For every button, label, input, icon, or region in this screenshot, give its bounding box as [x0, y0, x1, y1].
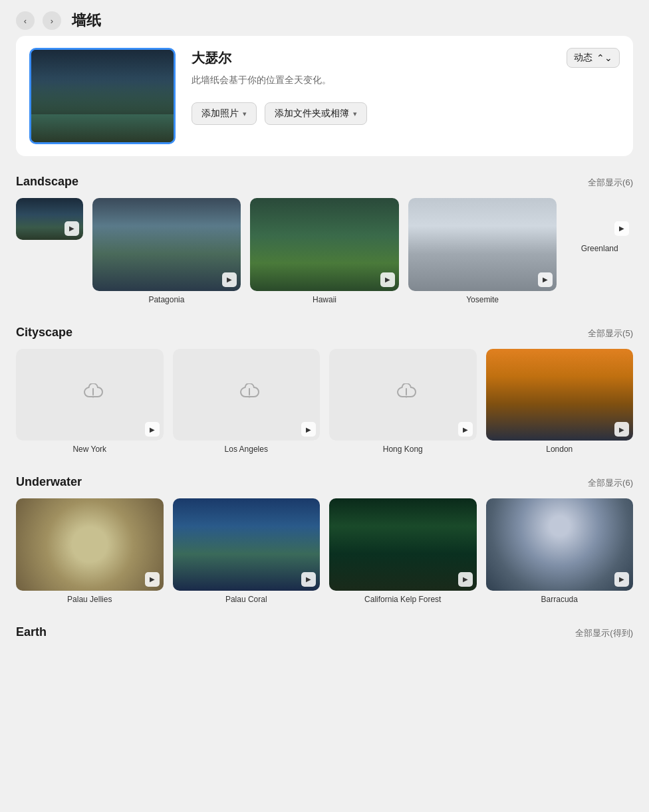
- greenland-thumb[interactable]: ▶: [566, 198, 633, 240]
- wallpaper-label: Yosemite: [466, 295, 499, 304]
- wallpaper-label: Palau Coral: [225, 595, 267, 604]
- earth-title: Earth: [16, 625, 47, 639]
- list-item: ▶ California Kelp Forest: [329, 498, 477, 603]
- play-badge: ▶: [614, 572, 629, 587]
- wallpaper-label: Barracuda: [541, 595, 578, 604]
- landscape-section-header: Landscape 全部显示(6): [16, 175, 633, 189]
- current-wallpaper-preview[interactable]: [29, 48, 176, 144]
- play-icon: ▶: [463, 426, 468, 433]
- cityscape-show-all-button[interactable]: 全部显示(5): [588, 328, 633, 340]
- main-content: 大瑟尔 动态 ⌃⌄ 此墙纸会基于你的位置全天变化。 添加照片 ▾ 添加文件夹或相…: [0, 36, 649, 664]
- wallpaper-label: Hawaii: [313, 295, 336, 304]
- mode-selector[interactable]: 动态 ⌃⌄: [567, 48, 620, 68]
- wallpaper-thumb-partial[interactable]: ▶: [16, 198, 83, 240]
- wallpaper-label: Hong Kong: [383, 445, 423, 454]
- play-badge: ▶: [614, 422, 629, 437]
- landscape-section: Landscape 全部显示(6) ▶: [16, 175, 633, 304]
- thumb-image: ▶: [250, 198, 399, 291]
- landscape-show-all-button[interactable]: 全部显示(6): [588, 177, 633, 189]
- hongkong-thumb[interactable]: ▶: [329, 349, 477, 441]
- mode-label: 动态: [574, 52, 592, 64]
- losangeles-thumb[interactable]: ▶: [173, 349, 321, 441]
- svg-point-5: [405, 395, 407, 397]
- list-item: ▶ Palau Coral: [173, 498, 321, 603]
- hawaii-thumb[interactable]: ▶: [250, 198, 399, 291]
- mountain-scene-image: [31, 50, 174, 142]
- california-kelp-thumb[interactable]: ▶: [329, 498, 477, 590]
- wallpaper-label: Los Angeles: [225, 445, 268, 454]
- play-badge: ▶: [145, 422, 160, 437]
- list-item: ▶ Hawaii: [250, 198, 399, 304]
- play-icon: ▶: [306, 426, 311, 433]
- cloud-placeholder: [16, 349, 164, 441]
- play-badge: ▶: [538, 272, 553, 287]
- underwater-show-all-button[interactable]: 全部显示(6): [588, 477, 633, 489]
- list-item: ▶ London: [486, 349, 634, 454]
- wallpaper-name: 大瑟尔: [192, 49, 231, 67]
- cloud-error-icon: [233, 383, 259, 406]
- play-badge: ▶: [65, 221, 79, 236]
- play-icon: ▶: [69, 225, 74, 232]
- thumb-image: ▶: [92, 198, 241, 291]
- earth-show-all-button[interactable]: 全部显示(得到): [575, 627, 633, 639]
- add-photo-label: 添加照片: [201, 108, 239, 120]
- header: ‹ › 墙纸: [0, 0, 649, 36]
- underwater-title: Underwater: [16, 475, 82, 489]
- thumb-image: ▶: [329, 349, 477, 441]
- barracuda-thumb[interactable]: ▶: [486, 498, 634, 590]
- wallpaper-description: 此墙纸会基于你的位置全天变化。: [192, 74, 620, 86]
- mode-chevron-icon: ⌃⌄: [596, 52, 612, 63]
- earth-section: Earth 全部显示(得到): [16, 625, 633, 639]
- play-icon: ▶: [463, 575, 468, 583]
- list-item: ▶ Patagonia: [92, 198, 241, 304]
- underwater-section: Underwater 全部显示(6) ▶ Palau Jellies: [16, 475, 633, 603]
- svg-point-3: [249, 395, 251, 397]
- thumb-image: ▶: [566, 198, 633, 240]
- forward-button[interactable]: ›: [43, 11, 61, 30]
- add-folder-label: 添加文件夹或相簿: [275, 108, 349, 120]
- newyork-thumb[interactable]: ▶: [16, 349, 164, 441]
- cityscape-title: Cityscape: [16, 326, 72, 340]
- play-badge: ▶: [301, 422, 316, 437]
- thumb-image: ▶: [329, 498, 477, 590]
- wallpaper-label: Patagonia: [148, 295, 184, 304]
- yosemite-thumb[interactable]: ▶: [408, 198, 557, 291]
- list-item: ▶ Yosemite: [408, 198, 557, 304]
- play-icon: ▶: [150, 575, 155, 583]
- cityscape-section-header: Cityscape 全部显示(5): [16, 326, 633, 340]
- play-badge: ▶: [145, 572, 160, 587]
- svg-point-1: [92, 395, 94, 397]
- preview-buttons: 添加照片 ▾ 添加文件夹或相簿 ▾: [192, 102, 620, 125]
- list-item: ▶ Greenland: [566, 198, 633, 304]
- cloud-error-icon: [76, 383, 103, 406]
- page-title: 墙纸: [72, 11, 101, 31]
- cityscape-section: Cityscape 全部显示(5): [16, 326, 633, 454]
- underwater-row: ▶ Palau Jellies ▶ Palau Coral: [16, 498, 633, 603]
- play-icon: ▶: [619, 426, 624, 433]
- list-item: ▶ New York: [16, 349, 164, 454]
- back-button[interactable]: ‹: [16, 11, 35, 30]
- add-photo-button[interactable]: 添加照片 ▾: [192, 102, 257, 125]
- list-item: ▶: [16, 198, 83, 304]
- wallpaper-label: Greenland: [581, 244, 618, 253]
- thumb-image: ▶: [486, 349, 634, 441]
- earth-section-header: Earth 全部显示(得到): [16, 625, 633, 639]
- preview-info: 大瑟尔 动态 ⌃⌄ 此墙纸会基于你的位置全天变化。 添加照片 ▾ 添加文件夹或相…: [192, 48, 620, 125]
- back-icon: ‹: [24, 16, 27, 26]
- thumb-image: ▶: [16, 198, 83, 240]
- palau-jellies-thumb[interactable]: ▶: [16, 498, 164, 590]
- patagonia-thumb[interactable]: ▶: [92, 198, 241, 291]
- thumb-image: ▶: [173, 349, 321, 441]
- play-icon: ▶: [227, 276, 232, 283]
- forward-icon: ›: [51, 16, 53, 26]
- list-item: ▶ Palau Jellies: [16, 498, 164, 603]
- play-icon: ▶: [619, 575, 624, 583]
- add-folder-button[interactable]: 添加文件夹或相簿 ▾: [265, 102, 367, 125]
- thumb-image: ▶: [486, 498, 634, 590]
- london-thumb[interactable]: ▶: [486, 349, 634, 441]
- list-item: ▶ Barracuda: [486, 498, 634, 603]
- wallpaper-label: California Kelp Forest: [364, 595, 441, 604]
- landscape-row: ▶ ▶ Patagonia: [16, 198, 633, 304]
- palau-coral-thumb[interactable]: ▶: [173, 498, 321, 590]
- cityscape-row: ▶ New York: [16, 349, 633, 454]
